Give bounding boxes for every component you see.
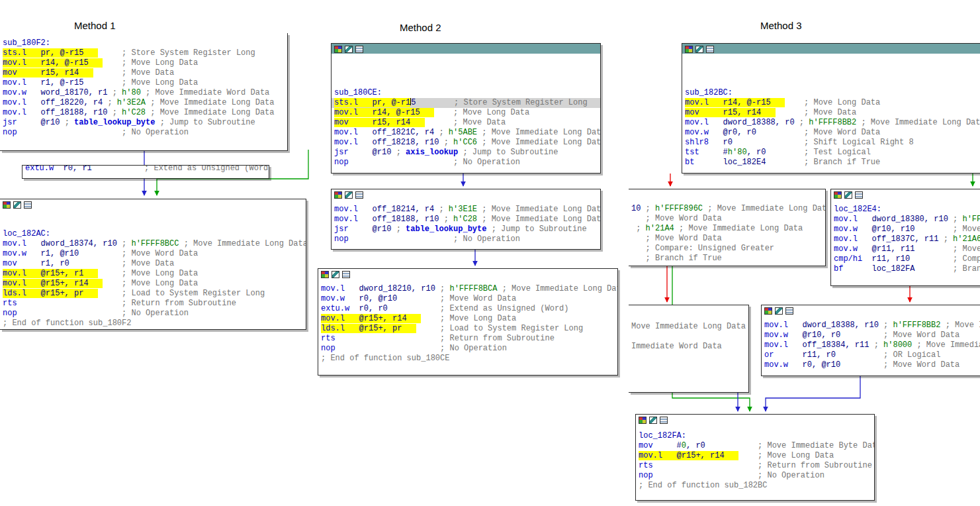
node-sub_182BC[interactable]: sub_182BC:mov.l r14, @-r15 ; Move Long D…: [682, 43, 980, 174]
node-edit-icon[interactable]: [13, 201, 21, 209]
asm-line[interactable]: mov r15, r14 ; Move Data: [0, 68, 287, 78]
node-loc_182E4[interactable]: loc_182E4:mov.l dword_18380, r10 ; h'FFF…: [830, 189, 980, 286]
asm-line[interactable]: ; End of function sub_182BC: [636, 481, 874, 491]
node-grid-icon[interactable]: [24, 201, 32, 209]
asm-line[interactable]: mov.l dword_18380, r10 ; h'FFF: [831, 215, 980, 225]
asm-line[interactable]: rts ; Return from Subroutine: [0, 299, 306, 309]
node-edit-icon[interactable]: [345, 191, 353, 199]
asm-line[interactable]: mov.l dword_18388, r0 ; h'FFFF8BB2 ; Mov…: [682, 118, 980, 128]
asm-line[interactable]: nop ; No Operation: [318, 344, 617, 354]
node-colors-icon[interactable]: [321, 271, 329, 278]
node-exit-sub_180CE[interactable]: mov.l dword_18210, r10 ; h'FFFF8BCA ; Mo…: [318, 268, 618, 376]
asm-line[interactable]: mov r15, r14 ; Move Data: [682, 108, 980, 118]
asm-line[interactable]: mov.l off_18384, r11 ; h'8000 ; Move Imm…: [762, 340, 980, 350]
node-colors-icon[interactable]: [764, 307, 772, 315]
node-colors-icon[interactable]: [334, 46, 342, 53]
asm-line[interactable]: mov.l off_1821C, r4 ; h'5ABE ; Move Imme…: [332, 128, 600, 138]
node-or-logical[interactable]: mov.l dword_18388, r10 ; h'FFFF8BB2 ; Mo…: [761, 305, 980, 376]
asm-line[interactable]: mov.l off_18214, r4 ; h'3E1E ; Move Imme…: [332, 205, 600, 215]
asm-line[interactable]: mov.l r14, @-r15 ; Move Long Data: [682, 98, 980, 108]
asm-line[interactable]: Immediate Word Data: [629, 342, 748, 352]
node-edit-icon[interactable]: [695, 46, 703, 53]
asm-line[interactable]: nop ; No Operation: [0, 128, 287, 138]
asm-line[interactable]: rts ; Return from Subroutine: [318, 334, 617, 344]
asm-line[interactable]: nop ; No Operation: [332, 234, 600, 244]
asm-line[interactable]: mov #0, r0 ; Move Immediate Byte Data: [636, 441, 874, 451]
node-edit-icon[interactable]: [332, 271, 339, 278]
asm-line[interactable]: mov.l off_18188, r10 ; h'C28 ; Move Imme…: [0, 108, 287, 118]
asm-line[interactable]: mov.w word_18170, r1 ; h'80 ; Move Immed…: [0, 88, 287, 98]
node-table-lookup[interactable]: mov.l off_18214, r4 ; h'3E1E ; Move Imme…: [331, 189, 601, 250]
asm-line[interactable]: sub_182BC:: [682, 88, 980, 98]
asm-line[interactable]: ; Branch if True: [629, 254, 825, 264]
asm-line[interactable]: [629, 332, 748, 342]
asm-line[interactable]: Move Immediate Long Data: [629, 322, 748, 332]
asm-line[interactable]: sub_180F2:: [0, 38, 287, 48]
asm-line[interactable]: sts.l pr, @-r15 ; Store System Register …: [0, 48, 287, 58]
asm-line[interactable]: ; h'21A4 ; Move Immediate Long Data: [629, 224, 825, 234]
asm-line[interactable]: mov.w @r0, r0 ; Move Word Data: [682, 128, 980, 138]
asm-line[interactable]: mov.l r14, @-r15 ; Move Long Data: [0, 58, 287, 68]
node-colors-icon[interactable]: [685, 46, 693, 53]
asm-line[interactable]: sts.l pr, @-r15 ; Store System Register …: [332, 98, 600, 108]
node-edit-icon[interactable]: [844, 191, 852, 199]
asm-line[interactable]: ; Move Word Data: [629, 234, 825, 244]
node-colors-icon[interactable]: [3, 201, 11, 209]
node-colors-icon[interactable]: [834, 191, 842, 199]
asm-line[interactable]: bf loc_182FA ; Branch: [831, 264, 980, 274]
asm-line[interactable]: mov.l off_18220, r4 ; h'3E2A ; Move Imme…: [0, 98, 287, 108]
asm-line[interactable]: extu.w r0, r1 ; Extend as Unsigned (Word…: [22, 165, 269, 174]
asm-line[interactable]: ; Compare: Unsigned Greater: [629, 244, 825, 254]
node-extu-clip[interactable]: extu.w r0, r1 ; Extend as Unsigned (Word…: [22, 165, 269, 179]
node-loc_182AC[interactable]: loc_182AC:mov.l dword_18374, r10 ; h'FFF…: [0, 199, 306, 330]
node-grid-icon[interactable]: [706, 46, 714, 53]
asm-line[interactable]: 10 ; h'FFFF896C ; Move Immediate Long Da…: [629, 204, 825, 214]
asm-line[interactable]: mov.w @r10, r10 ; Move W: [831, 225, 980, 234]
asm-line[interactable]: loc_182AC:: [0, 229, 306, 239]
node-colors-icon[interactable]: [639, 417, 646, 424]
asm-line[interactable]: mov.w r1, @r10 ; Move Word Data: [0, 249, 306, 259]
asm-line[interactable]: mov.l off_18188, r10 ; h'C28 ; Move Imme…: [332, 215, 600, 225]
node-sub_180F2[interactable]: sub_180F2:sts.l pr, @-r15 ; Store System…: [0, 33, 288, 151]
asm-line[interactable]: rts ; Return from Subroutine: [636, 461, 874, 471]
asm-line[interactable]: mov.l @r15+, r14 ; Move Long Data: [636, 451, 874, 461]
node-cmp-clipped[interactable]: 10 ; h'FFFF896C ; Move Immediate Long Da…: [629, 189, 826, 266]
asm-line[interactable]: mov r15, r14 ; Move Data: [332, 118, 600, 128]
asm-line[interactable]: mov.l off_18218, r10 ; h'CC6 ; Move Imme…: [332, 138, 600, 148]
asm-line[interactable]: lds.l @r15+, pr ; Load to System Registe…: [318, 324, 617, 334]
asm-line[interactable]: tst #h'80, r0 ; Test Logical: [682, 148, 980, 158]
asm-line[interactable]: mov.l dword_18210, r10 ; h'FFFF8BCA ; Mo…: [318, 284, 617, 294]
node-grid-icon[interactable]: [785, 307, 793, 315]
asm-line[interactable]: loc_182E4:: [831, 205, 980, 215]
asm-line[interactable]: mov.l @r15+, r1 ; Move Long Data: [0, 269, 306, 279]
asm-line[interactable]: ; End of function sub_180F2: [0, 319, 306, 329]
node-loc_182FA[interactable]: loc_182FA:mov #0, r0 ; Move Immediate By…: [635, 414, 875, 501]
asm-line[interactable]: shlr8 r0 ; Shift Logical Right 8: [682, 138, 980, 148]
asm-line[interactable]: or r11, r0 ; OR Logical: [762, 350, 980, 360]
asm-line[interactable]: mov.l @r15+, r14 ; Move Long Data: [0, 279, 306, 289]
node-edit-icon[interactable]: [649, 417, 657, 424]
node-grid-icon[interactable]: [660, 417, 668, 424]
asm-line[interactable]: nop ; No Operation: [0, 309, 306, 319]
asm-line[interactable]: mov.l dword_18388, r10 ; h'FFFF8BB2 ; Mo…: [762, 321, 980, 330]
asm-line[interactable]: mov.w @r11, r11 ; Move W: [831, 244, 980, 254]
node-grid-icon[interactable]: [342, 271, 350, 278]
asm-line[interactable]: mov.w r0, @r10 ; Move Word Data: [318, 294, 617, 304]
asm-line[interactable]: mov.l off_1837C, r11 ; h'21A6: [831, 234, 980, 244]
asm-line[interactable]: mov.l dword_18374, r10 ; h'FFFF8BCC ; Mo…: [0, 239, 306, 249]
node-clipped-2[interactable]: Move Immediate Long DataImmediate Word D…: [629, 305, 749, 393]
asm-line[interactable]: extu.w r0, r0 ; Extend as Unsigned (Word…: [318, 304, 617, 314]
asm-line[interactable]: jsr @r10 ; table_lookup_byte ; Jump to S…: [0, 118, 287, 128]
node-edit-icon[interactable]: [345, 46, 353, 53]
asm-line[interactable]: mov.l r1, @-r15 ; Move Long Data: [0, 78, 287, 88]
asm-line[interactable]: cmp/hi r11, r10 ; Compar: [831, 254, 980, 264]
asm-line[interactable]: ; Move Word Data: [629, 214, 825, 224]
node-grid-icon[interactable]: [355, 46, 363, 53]
asm-line[interactable]: jsr @r10 ; table_lookup_byte ; Jump to S…: [332, 225, 600, 234]
node-edit-icon[interactable]: [775, 307, 783, 315]
asm-line[interactable]: nop ; No Operation: [332, 158, 600, 168]
asm-line[interactable]: mov.w r0, @r10 ; Move Word Data: [762, 360, 980, 370]
asm-line[interactable]: sub_180CE:: [332, 88, 600, 98]
asm-line[interactable]: mov.w @r10, r0 ; Move Word Data: [762, 330, 980, 340]
node-grid-icon[interactable]: [355, 191, 363, 199]
